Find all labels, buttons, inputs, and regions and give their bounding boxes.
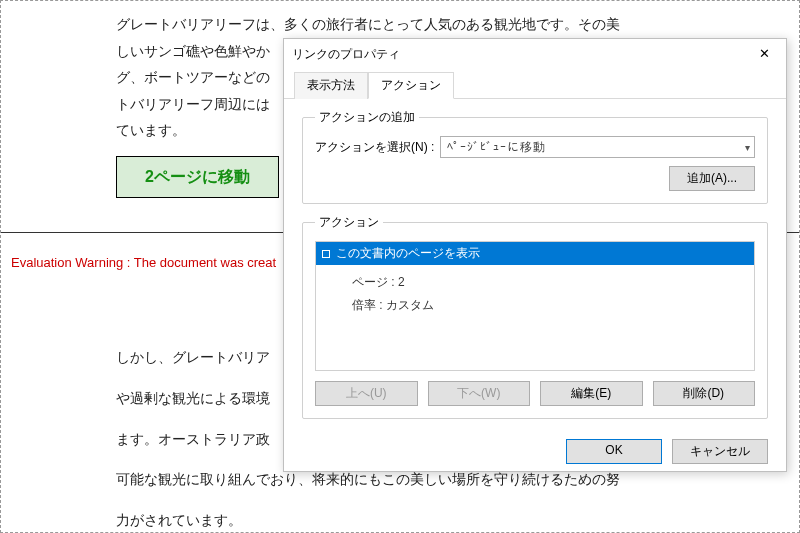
cancel-button[interactable]: キャンセル [672, 439, 768, 464]
link-properties-dialog: リンクのプロパティ ✕ 表示方法 アクション アクションの追加 アクションを選択… [283, 38, 787, 472]
dialog-tabs: 表示方法 アクション [284, 71, 786, 99]
move-down-button[interactable]: 下へ(W) [428, 381, 531, 406]
tab-display[interactable]: 表示方法 [294, 72, 368, 99]
goto-page-2-link[interactable]: 2ページに移動 [116, 156, 279, 198]
dialog-titlebar: リンクのプロパティ ✕ [284, 39, 786, 69]
select-action-label: アクションを選択(N) : [315, 139, 434, 156]
action-item-selected[interactable]: この文書内のページを表示 [316, 242, 754, 265]
action-select[interactable]: ﾍﾟｰｼﾞﾋﾞｭｰに移動 ▾ [440, 136, 755, 158]
action-item-details: ページ : 2 倍率 : カスタム [316, 265, 754, 317]
actions-panel: アクションの追加 アクションを選択(N) : ﾍﾟｰｼﾞﾋﾞｭｰに移動 ▾ 追加… [284, 99, 786, 429]
actions-list-group: アクション この文書内のページを表示 ページ : 2 倍率 : カスタム 上へ(… [302, 214, 768, 419]
delete-button[interactable]: 削除(D) [653, 381, 756, 406]
add-action-legend: アクションの追加 [315, 109, 419, 126]
move-up-button[interactable]: 上へ(U) [315, 381, 418, 406]
p1-line: グレートバリアリーフは、多くの旅行者にとって人気のある観光地です。その美 [116, 11, 759, 38]
close-icon[interactable]: ✕ [750, 45, 778, 63]
actions-list[interactable]: この文書内のページを表示 ページ : 2 倍率 : カスタム [315, 241, 755, 371]
action-select-value: ﾍﾟｰｼﾞﾋﾞｭｰに移動 [447, 139, 546, 156]
square-icon [322, 250, 330, 258]
action-item-label: この文書内のページを表示 [336, 245, 480, 262]
actions-legend: アクション [315, 214, 383, 231]
edit-button[interactable]: 編集(E) [540, 381, 643, 406]
chevron-down-icon: ▾ [745, 142, 750, 153]
p2-line: 力がされています。 [116, 507, 759, 533]
ok-button[interactable]: OK [566, 439, 662, 464]
add-action-group: アクションの追加 アクションを選択(N) : ﾍﾟｰｼﾞﾋﾞｭｰに移動 ▾ 追加… [302, 109, 768, 204]
add-button[interactable]: 追加(A)... [669, 166, 755, 191]
dialog-title: リンクのプロパティ [292, 46, 400, 63]
tab-actions[interactable]: アクション [368, 72, 454, 99]
dialog-footer: OK キャンセル [284, 429, 786, 478]
